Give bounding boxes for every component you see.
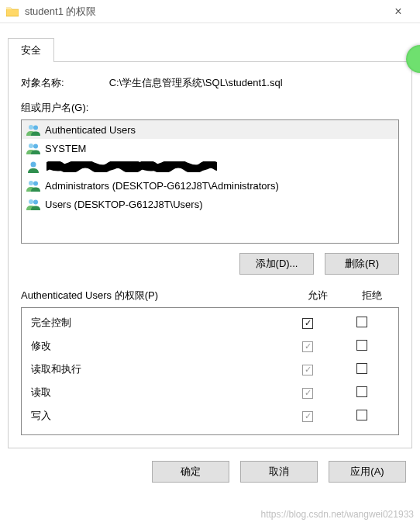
- permission-row: 写入: [22, 404, 398, 427]
- allow-checkbox[interactable]: [302, 318, 313, 329]
- redacted-text: [46, 161, 217, 172]
- object-row: 对象名称: C:\学生信息管理系统\SQL\student1.sql: [21, 76, 399, 90]
- permission-label: 完全控制: [31, 316, 281, 330]
- deny-checkbox[interactable]: [356, 410, 367, 420]
- permission-row: 读取: [22, 381, 398, 404]
- users-icon: [26, 198, 40, 210]
- svg-point-4: [31, 162, 36, 168]
- window-title: student1 的权限: [25, 5, 383, 19]
- allow-checkbox: [302, 411, 313, 422]
- list-item[interactable]: [22, 157, 398, 176]
- svg-point-7: [29, 199, 33, 204]
- titlebar: student1 的权限 ×: [0, 0, 420, 23]
- allow-cell: [281, 363, 335, 375]
- list-item[interactable]: Authenticated Users: [22, 120, 398, 139]
- list-item[interactable]: Administrators (DESKTOP-G612J8T\Administ…: [22, 176, 398, 195]
- list-item[interactable]: SYSTEM: [22, 139, 398, 157]
- groups-buttons: 添加(D)... 删除(R): [21, 253, 399, 275]
- ok-button[interactable]: 确定: [152, 461, 229, 483]
- tab-security[interactable]: 安全: [8, 38, 54, 62]
- list-item-label: Users (DESKTOP-G612J8T\Users): [45, 199, 202, 210]
- object-label: 对象名称:: [21, 76, 106, 90]
- remove-button[interactable]: 删除(R): [325, 253, 399, 275]
- deny-cell: [335, 410, 389, 423]
- permissions-header: Authenticated Users 的权限(P) 允许 拒绝: [21, 289, 399, 303]
- close-button[interactable]: ×: [383, 5, 414, 19]
- allow-cell: [281, 386, 335, 399]
- svg-point-6: [33, 182, 38, 186]
- svg-point-3: [33, 144, 38, 149]
- permission-row: 修改: [22, 334, 398, 358]
- allow-cell: [281, 317, 335, 329]
- svg-point-5: [29, 181, 33, 185]
- permissions-title: Authenticated Users 的权限(P): [21, 289, 291, 303]
- svg-point-0: [29, 125, 33, 130]
- groups-listbox[interactable]: Authenticated UsersSYSTEMAdministrators …: [21, 119, 399, 244]
- users-icon: [26, 142, 40, 154]
- watermark: https://blog.csdn.net/wangwei021933: [261, 509, 414, 520]
- allow-cell: [281, 410, 335, 422]
- permission-label: 写入: [31, 409, 281, 423]
- permission-row: 完全控制: [22, 311, 398, 334]
- deny-checkbox[interactable]: [356, 340, 367, 351]
- tab-panel: 对象名称: C:\学生信息管理系统\SQL\student1.sql 组或用户名…: [8, 62, 412, 448]
- users-icon: [26, 123, 40, 136]
- allow-column-header: 允许: [291, 289, 345, 303]
- cancel-button[interactable]: 取消: [240, 461, 318, 483]
- deny-cell: [335, 386, 389, 400]
- deny-cell: [335, 340, 389, 353]
- svg-point-2: [29, 144, 33, 148]
- dialog-body: 安全 对象名称: C:\学生信息管理系统\SQL\student1.sql 组或…: [0, 23, 420, 448]
- deny-cell: [335, 363, 389, 376]
- list-item-label: Administrators (DESKTOP-G612J8T\Administ…: [45, 180, 279, 192]
- permissions-scroll[interactable]: 完全控制修改读取和执行读取写入: [22, 308, 398, 434]
- allow-checkbox: [302, 341, 313, 352]
- deny-cell: [335, 317, 389, 330]
- permission-row: 读取和执行: [22, 358, 398, 381]
- permission-label: 读取: [31, 386, 281, 400]
- apply-button[interactable]: 应用(A): [329, 461, 406, 483]
- folder-icon: [6, 6, 19, 17]
- svg-point-1: [33, 126, 38, 130]
- users-icon: [26, 179, 40, 192]
- deny-checkbox[interactable]: [356, 363, 367, 374]
- user-icon: [26, 161, 40, 173]
- list-item[interactable]: Users (DESKTOP-G612J8T\Users): [22, 195, 398, 213]
- tab-strip: 安全: [8, 37, 412, 62]
- deny-checkbox[interactable]: [356, 386, 367, 397]
- list-item-label: SYSTEM: [45, 143, 86, 154]
- list-item-label: Authenticated Users: [45, 124, 136, 136]
- groups-label: 组或用户名(G):: [21, 101, 399, 115]
- allow-checkbox: [302, 365, 313, 375]
- permissions-box: 完全控制修改读取和执行读取写入: [21, 307, 399, 435]
- permission-label: 修改: [31, 339, 281, 353]
- deny-column-header: 拒绝: [345, 289, 399, 303]
- object-value: C:\学生信息管理系统\SQL\student1.sql: [109, 77, 283, 88]
- footer-buttons: 确定 取消 应用(A): [0, 448, 420, 495]
- add-button[interactable]: 添加(D)...: [239, 253, 314, 275]
- allow-cell: [281, 340, 335, 352]
- allow-checkbox: [302, 388, 313, 399]
- svg-point-8: [33, 200, 38, 205]
- deny-checkbox[interactable]: [356, 317, 367, 327]
- permission-label: 读取和执行: [31, 362, 281, 376]
